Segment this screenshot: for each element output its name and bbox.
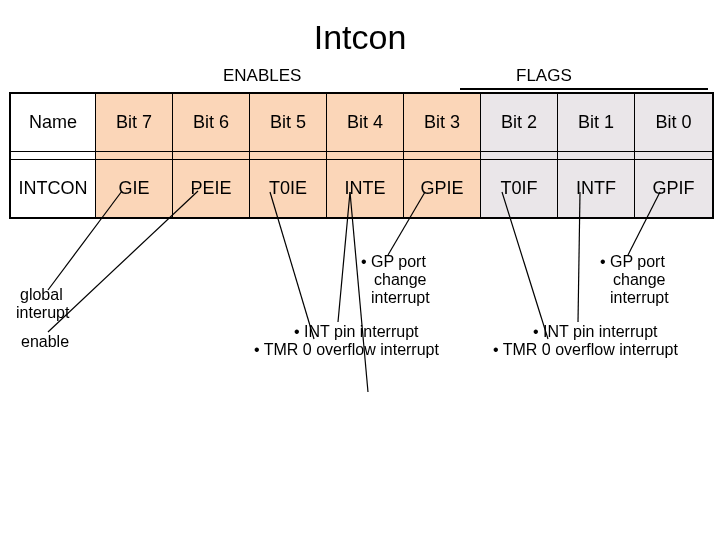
anno-global-l2: interupt (16, 303, 69, 323)
anno-gp-left-l1: • GP port (361, 252, 426, 272)
head-name: Name (11, 94, 96, 152)
cell-gpif: GPIF (635, 160, 713, 218)
cell-inte: INTE (327, 160, 404, 218)
head-bit3: Bit 3 (404, 94, 481, 152)
page-title: Intcon (0, 0, 720, 57)
head-bit0: Bit 0 (635, 94, 713, 152)
cell-intf: INTF (558, 160, 635, 218)
header-row: Name Bit 7 Bit 6 Bit 5 Bit 4 Bit 3 Bit 2… (11, 94, 713, 152)
anno-tmr0-right: • TMR 0 overflow interrupt (493, 340, 678, 360)
intcon-table: Name Bit 7 Bit 6 Bit 5 Bit 4 Bit 3 Bit 2… (9, 92, 714, 219)
head-bit2: Bit 2 (481, 94, 558, 152)
spacer-row (11, 152, 713, 160)
head-bit4: Bit 4 (327, 94, 404, 152)
anno-gp-right-l1: • GP port (600, 252, 665, 272)
cell-peie: PEIE (173, 160, 250, 218)
head-bit7: Bit 7 (96, 94, 173, 152)
anno-tmr0-left: • TMR 0 overflow interrupt (254, 340, 439, 360)
intcon-row: INTCON GIE PEIE T0IE INTE GPIE T0IF INTF… (11, 160, 713, 218)
anno-global-l1: global (20, 285, 63, 305)
enables-section-label: ENABLES (223, 66, 301, 86)
flags-underline (460, 88, 708, 90)
flags-section-label: FLAGS (516, 66, 572, 86)
anno-enable: enable (21, 332, 69, 352)
anno-gp-right-l3: interrupt (610, 288, 669, 308)
cell-t0if: T0IF (481, 160, 558, 218)
svg-line-5 (350, 192, 368, 392)
head-bit5: Bit 5 (250, 94, 327, 152)
anno-int-right: • INT pin interrupt (533, 322, 657, 342)
cell-t0ie: T0IE (250, 160, 327, 218)
anno-gp-right-l2: change (613, 270, 666, 290)
cell-gpie: GPIE (404, 160, 481, 218)
cell-gie: GIE (96, 160, 173, 218)
head-bit1: Bit 1 (558, 94, 635, 152)
anno-gp-left-l3: interrupt (371, 288, 430, 308)
anno-int-left: • INT pin interrupt (294, 322, 418, 342)
anno-gp-left-l2: change (374, 270, 427, 290)
head-bit6: Bit 6 (173, 94, 250, 152)
row-name: INTCON (11, 160, 96, 218)
